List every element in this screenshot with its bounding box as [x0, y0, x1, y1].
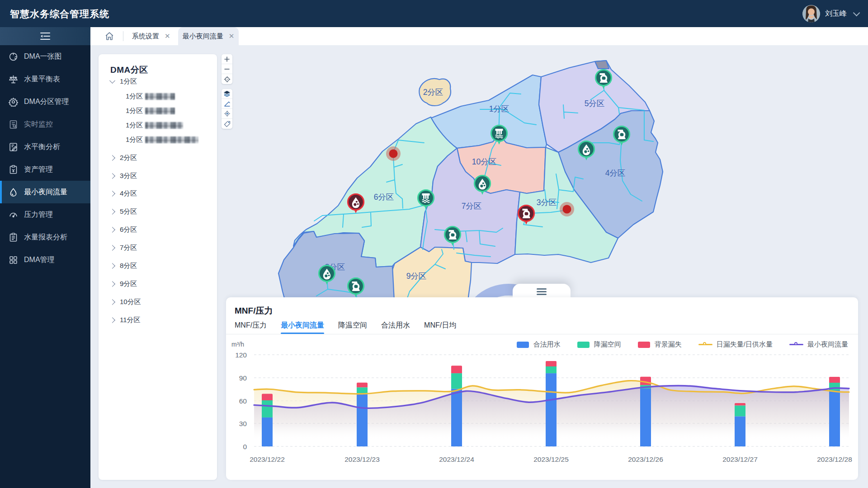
svg-text:90: 90 [239, 374, 247, 382]
svg-text:2023/12/22: 2023/12/22 [250, 455, 285, 463]
svg-text:4分区: 4分区 [605, 169, 626, 178]
svg-text:6分区: 6分区 [374, 192, 394, 202]
svg-text:5分区: 5分区 [585, 99, 605, 108]
svg-text:1分区: 1分区 [489, 104, 509, 113]
svg-text:2023/12/28: 2023/12/28 [817, 455, 852, 463]
svg-text:0: 0 [243, 443, 247, 450]
svg-text:2023/12/26: 2023/12/26 [628, 455, 663, 463]
svg-text:2分区: 2分区 [423, 88, 443, 97]
svg-text:2023/12/24: 2023/12/24 [439, 455, 474, 463]
svg-text:2023/12/27: 2023/12/27 [722, 455, 758, 463]
svg-text:120: 120 [235, 351, 247, 359]
svg-text:9分区: 9分区 [406, 272, 427, 281]
svg-text:2023/12/23: 2023/12/23 [344, 455, 380, 463]
svg-text:60: 60 [239, 397, 247, 405]
svg-text:3分区: 3分区 [537, 198, 557, 207]
svg-text:10分区: 10分区 [472, 157, 496, 166]
svg-text:2023/12/25: 2023/12/25 [533, 455, 569, 463]
svg-text:30: 30 [239, 420, 247, 427]
svg-text:7分区: 7分区 [462, 202, 482, 211]
